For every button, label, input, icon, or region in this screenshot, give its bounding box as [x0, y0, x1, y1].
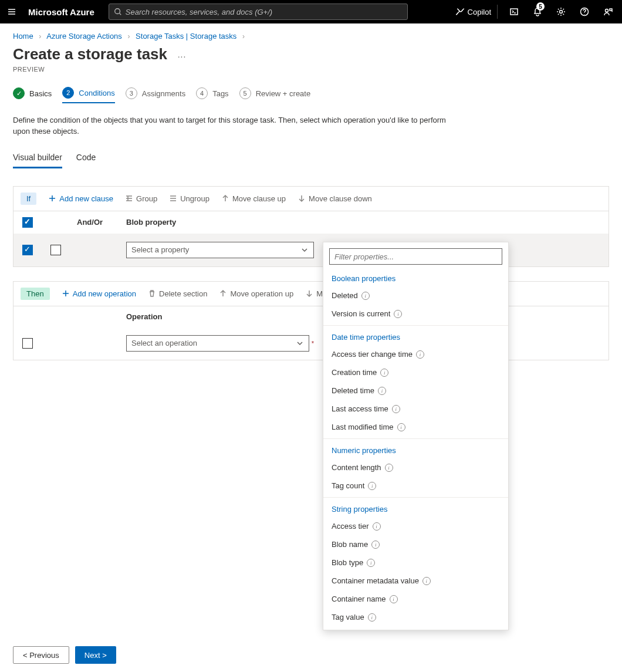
- arrow-up-icon: [219, 289, 227, 298]
- property-option-label: Tag value: [332, 613, 364, 622]
- gear-icon: [556, 7, 566, 16]
- property-option[interactable]: Version is currenti: [323, 305, 508, 323]
- property-option-label: Blob name: [332, 540, 368, 549]
- breadcrumb-storage-tasks[interactable]: Storage Tasks | Storage tasks: [136, 32, 236, 40]
- title-block: Create a storage task ··· PREVIEW: [0, 44, 622, 83]
- property-option[interactable]: Access tier change timei: [323, 345, 508, 363]
- global-search[interactable]: [109, 4, 408, 20]
- property-option-label: Creation time: [332, 368, 377, 377]
- help-button[interactable]: [575, 0, 594, 23]
- wizard-tab-review[interactable]: 5 Review + create: [239, 83, 311, 103]
- wizard-tab-conditions[interactable]: 2 Conditions: [62, 83, 114, 103]
- wizard-tab-label: Tags: [212, 89, 228, 98]
- add-operation-label: Add new operation: [73, 289, 136, 298]
- wizard-tab-tags[interactable]: 4 Tags: [196, 83, 228, 103]
- move-operation-up-button[interactable]: Move operation up: [219, 289, 293, 298]
- chevron-down-icon: [296, 339, 304, 347]
- global-search-input[interactable]: [126, 8, 403, 16]
- chevron-right-icon: ›: [242, 32, 245, 40]
- property-option[interactable]: Deleted timei: [323, 381, 508, 400]
- move-clause-up-button[interactable]: Move clause up: [221, 194, 286, 203]
- group-button[interactable]: Group: [125, 194, 157, 203]
- add-clause-button[interactable]: Add new clause: [48, 194, 113, 203]
- property-option-label: Last modified time: [332, 423, 394, 431]
- property-option-label: Access tier change time: [332, 350, 413, 359]
- then-toolbar: Then Add new operation Delete section Mo…: [13, 282, 609, 306]
- info-icon: i: [422, 577, 431, 585]
- property-option[interactable]: Access tieri: [323, 517, 508, 535]
- row-secondary-checkbox[interactable]: [50, 245, 61, 255]
- page-title: Create a storage task: [13, 45, 167, 63]
- previous-button[interactable]: < Previous: [13, 646, 69, 664]
- property-option-label: Last access time: [332, 404, 388, 413]
- info-icon: i: [397, 423, 405, 431]
- breadcrumb-storage-actions[interactable]: Azure Storage Actions: [46, 32, 122, 40]
- delete-section-button[interactable]: Delete section: [148, 289, 207, 298]
- property-option[interactable]: Tag counti: [323, 477, 508, 495]
- arrow-down-icon: [298, 194, 306, 202]
- info-icon: i: [367, 559, 375, 567]
- tab-visual-builder[interactable]: Visual builder: [13, 148, 62, 168]
- settings-button[interactable]: [552, 0, 570, 23]
- property-dropdown-text: Select a property: [131, 245, 189, 254]
- preview-label: PREVIEW: [13, 66, 609, 73]
- ungroup-icon: [169, 194, 177, 202]
- ungroup-button[interactable]: Ungroup: [169, 194, 209, 203]
- info-icon: i: [368, 482, 376, 490]
- row-checkbox[interactable]: [22, 338, 33, 349]
- cloud-shell-button[interactable]: [505, 0, 523, 23]
- add-operation-button[interactable]: Add new operation: [62, 289, 136, 298]
- property-option[interactable]: Blob typei: [323, 553, 508, 572]
- next-button[interactable]: Next >: [75, 646, 116, 664]
- notifications-button[interactable]: 5: [528, 0, 547, 23]
- property-option[interactable]: Tag valuei: [323, 608, 508, 626]
- copilot-button[interactable]: Copilot: [449, 5, 498, 19]
- more-actions-button[interactable]: ···: [178, 52, 187, 61]
- info-icon: i: [380, 369, 388, 377]
- operation-dropdown[interactable]: Select an operation: [126, 335, 309, 352]
- property-filter[interactable]: [329, 248, 502, 265]
- property-option[interactable]: Content lengthi: [323, 458, 508, 477]
- header-andor: And/Or: [77, 218, 112, 227]
- chevron-down-icon: [300, 246, 309, 254]
- select-all-checkbox[interactable]: [22, 217, 33, 228]
- move-op-down-label: M: [316, 289, 323, 298]
- tab-code[interactable]: Code: [76, 148, 96, 168]
- then-header-row: Operation: [13, 306, 609, 327]
- row-checkbox[interactable]: [22, 245, 33, 255]
- separator: [323, 497, 508, 498]
- wizard-tab-basics[interactable]: ✓ Basics: [13, 83, 52, 103]
- property-option[interactable]: Last access timei: [323, 400, 508, 418]
- property-option[interactable]: Container metadata valuei: [323, 572, 508, 590]
- property-option[interactable]: Container namei: [323, 590, 508, 608]
- breadcrumb-home[interactable]: Home: [13, 32, 33, 40]
- operation-row: Select an operation *: [13, 327, 609, 360]
- property-option-label: Tag count: [332, 481, 364, 490]
- header-blob-property: Blob property: [126, 218, 314, 227]
- property-dropdown-popup: Boolean propertiesDeletediVersion is cur…: [323, 242, 509, 630]
- wizard-tab-assignments[interactable]: 3 Assignments: [126, 83, 185, 103]
- step-number: 5: [239, 87, 251, 99]
- person-feedback-icon: [603, 7, 613, 16]
- move-operation-down-button[interactable]: M: [305, 289, 323, 298]
- property-filter-input[interactable]: [334, 252, 497, 261]
- feedback-button[interactable]: [599, 0, 617, 23]
- if-toolbar: If Add new clause Group Ungroup Move cla…: [13, 187, 609, 211]
- property-option[interactable]: Deletedi: [323, 286, 508, 305]
- group-label: Group: [136, 194, 157, 203]
- property-group-header: String properties: [323, 500, 508, 517]
- group-icon: [125, 194, 133, 202]
- help-icon: [580, 7, 589, 16]
- property-option[interactable]: Blob namei: [323, 535, 508, 553]
- if-chip: If: [21, 193, 36, 205]
- info-icon: i: [371, 541, 380, 549]
- property-option[interactable]: Last modified timei: [323, 418, 508, 436]
- info-icon: i: [390, 595, 398, 603]
- property-option-label: Blob type: [332, 558, 363, 567]
- move-clause-down-button[interactable]: Move clause down: [298, 194, 372, 203]
- property-option[interactable]: Creation timei: [323, 363, 508, 381]
- property-dropdown[interactable]: Select a property: [126, 242, 314, 258]
- info-icon: i: [385, 464, 393, 472]
- copilot-icon: [455, 7, 464, 16]
- hamburger-menu[interactable]: [5, 5, 19, 19]
